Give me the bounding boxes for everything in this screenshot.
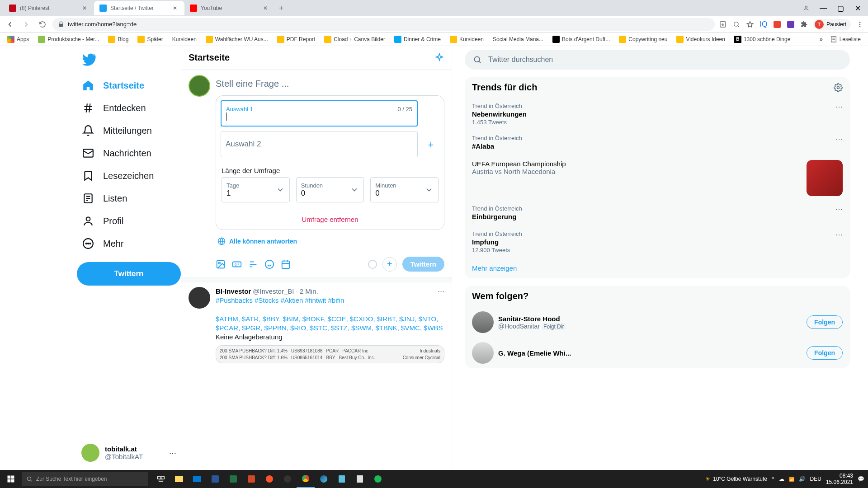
reading-list-button[interactable]: Leseliste (826, 34, 864, 45)
bookmark-item[interactable]: Später (134, 34, 166, 45)
tray-cloud-icon[interactable]: ☁ (779, 476, 784, 482)
bookmark-item[interactable]: B1300 schöne Dinge (731, 34, 794, 45)
tweet-submit-button[interactable]: Twittern (402, 257, 444, 272)
poll-choice-2-input[interactable]: Auswahl 2 (221, 131, 418, 157)
compose-input[interactable]: Stell eine Frage ... (216, 75, 444, 95)
add-poll-choice-button[interactable]: + (428, 139, 434, 151)
extensions-menu-icon[interactable] (800, 20, 809, 29)
task-view-icon[interactable] (152, 470, 170, 488)
profile-badge[interactable]: T Pausiert (813, 19, 851, 30)
tray-chevron-icon[interactable]: ^ (772, 476, 774, 482)
app-excel-icon[interactable] (224, 470, 242, 488)
poll-hours-select[interactable]: Stunden0 (296, 177, 364, 202)
bookmark-item[interactable]: Kursideen (169, 34, 200, 44)
poll-minutes-select[interactable]: Minuten0 (370, 177, 439, 202)
tweet-handle[interactable]: @Investor_BI (253, 287, 294, 295)
more-icon[interactable]: ⋯ (835, 205, 843, 214)
minimize-button[interactable]: — (816, 1, 830, 15)
extension-icon-3[interactable] (786, 20, 795, 29)
search-input[interactable]: Twitter durchsuchen (465, 50, 850, 70)
nav-notifications[interactable]: Mitteilungen (77, 119, 181, 142)
bookmarks-overflow-icon[interactable]: » (820, 36, 823, 42)
follow-button[interactable]: Folgen (807, 315, 843, 329)
media-icon[interactable] (216, 259, 226, 269)
nav-profile[interactable]: Profil (77, 210, 181, 232)
close-icon[interactable]: ✕ (173, 5, 179, 11)
more-icon[interactable]: ⋯ (835, 103, 843, 111)
tweet-more-icon[interactable]: ⋯ (438, 287, 444, 295)
nav-home[interactable]: Startseite (77, 74, 181, 97)
follow-suggestion[interactable]: Sanitär-Store Hood @HoodSanitarFolgt Dir… (465, 307, 850, 338)
tweet-tickers[interactable]: $PCAR, $PGR, $PPBN, $RIO, $STC, $STZ, $S… (216, 324, 443, 332)
account-switcher[interactable]: tobitalk.at @TobitalkAT ⋯ (77, 439, 181, 466)
account-icon[interactable] (799, 1, 813, 15)
app-word-icon[interactable] (206, 470, 224, 488)
extension-icon[interactable]: IQ (759, 20, 768, 29)
nav-more[interactable]: Mehr (77, 232, 181, 255)
notifications-icon[interactable]: 💬 (858, 476, 864, 482)
app-spotify-icon[interactable] (369, 470, 387, 488)
forward-button[interactable] (20, 18, 33, 31)
tweet-hashtags[interactable]: #Pushbacks #Stocks #Aktien #fintwit #bif… (216, 296, 344, 304)
trend-item[interactable]: Trend in Österreich #Alaba ⋯ (465, 130, 850, 155)
tray-wifi-icon[interactable]: 📶 (789, 477, 794, 482)
bookmark-item[interactable]: Produktsuche - Mer... (34, 34, 103, 45)
trend-item[interactable]: Trend in Österreich Impfung 12.900 Tweet… (465, 226, 850, 258)
remove-poll-button[interactable]: Umfrage entfernen (216, 209, 444, 230)
language-indicator[interactable]: DEU (810, 476, 821, 482)
poll-icon[interactable] (248, 259, 258, 269)
twitter-logo-icon[interactable] (82, 53, 96, 67)
tweet-button[interactable]: Twittern (77, 262, 181, 286)
gif-icon[interactable]: GIF (232, 259, 242, 269)
tweet[interactable]: BI-Investor @Investor_BI · 2 Min. ⋯ #Pus… (181, 282, 452, 368)
bookmark-item[interactable]: Kursideen (446, 34, 487, 45)
close-icon[interactable]: ✕ (263, 5, 269, 11)
more-icon[interactable]: ⋯ (835, 135, 843, 143)
bookmark-item[interactable]: Social Media Mana... (489, 34, 547, 44)
bookmark-item[interactable]: Cload + Canva Bilder (321, 34, 389, 45)
gear-icon[interactable] (834, 83, 843, 92)
apps-bookmark[interactable]: Apps (4, 34, 33, 45)
app-mail-icon[interactable] (188, 470, 206, 488)
sparkle-icon[interactable] (434, 53, 444, 63)
tweet-username[interactable]: BI-Investor (216, 287, 251, 295)
bookmark-item[interactable]: PDF Report (274, 34, 319, 45)
show-more-button[interactable]: Mehr anzeigen (465, 258, 850, 278)
app-calc-icon[interactable] (351, 470, 369, 488)
more-icon[interactable]: ⋯ (835, 230, 843, 239)
reload-button[interactable] (36, 18, 49, 31)
app-brave-icon[interactable] (260, 470, 278, 488)
follow-suggestion[interactable]: G. Wega (Emelie Whi... Folgen (465, 338, 850, 368)
taskbar-search[interactable]: Zur Suche Text hier eingeben (22, 472, 148, 486)
browser-tab-pinterest[interactable]: (8) Pinterest ✕ (4, 1, 94, 15)
close-window-button[interactable]: ✕ (851, 1, 864, 15)
avatar[interactable] (189, 287, 210, 309)
poll-days-select[interactable]: Tage1 (222, 177, 290, 202)
browser-tab-twitter[interactable]: Startseite / Twitter ✕ (94, 1, 184, 15)
bookmark-item[interactable]: Videokurs Ideen (673, 34, 729, 45)
bookmark-item[interactable]: Bois d'Argent Duft... (549, 34, 613, 45)
reply-permission-button[interactable]: Alle können antworten (216, 232, 444, 251)
trend-event-item[interactable]: UEFA European Championship Austria vs No… (465, 155, 850, 201)
weather-widget[interactable]: ☀ 10°C Gelbe Warnstufe (705, 476, 767, 482)
url-bar[interactable]: twitter.com/home?lang=de (52, 18, 715, 31)
emoji-icon[interactable] (264, 259, 274, 269)
app-explorer-icon[interactable] (170, 470, 188, 488)
add-thread-button[interactable]: + (382, 257, 397, 272)
app-powerpoint-icon[interactable] (242, 470, 260, 488)
bookmark-item[interactable]: Blog (104, 34, 132, 45)
bookmark-item[interactable]: Dinner & Crime (391, 34, 444, 45)
poll-choice-1-input[interactable]: Auswahl 1 0 / 25 (221, 100, 418, 127)
lens-icon[interactable] (732, 20, 741, 29)
app-chrome-icon[interactable] (297, 470, 315, 488)
start-button[interactable] (0, 470, 22, 488)
bookmark-item[interactable]: Wahlfächer WU Aus... (202, 34, 272, 45)
avatar[interactable] (189, 75, 210, 97)
maximize-button[interactable]: ▢ (834, 1, 847, 15)
schedule-icon[interactable] (281, 259, 291, 269)
nav-lists[interactable]: Listen (77, 187, 181, 210)
tweet-attachment[interactable]: 200 SMA PUSHBACK? Diff: 1.4%US6937181088… (216, 345, 444, 363)
app-notepad-icon[interactable] (333, 470, 351, 488)
extension-icon-2[interactable] (773, 20, 782, 29)
app-edge-icon[interactable] (315, 470, 333, 488)
